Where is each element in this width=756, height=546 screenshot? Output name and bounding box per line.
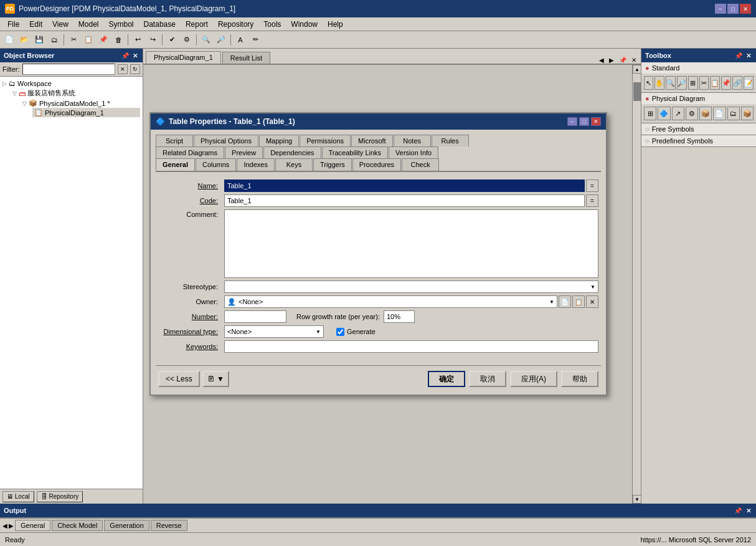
menu-tools[interactable]: Tools <box>258 19 286 30</box>
tool-copy[interactable]: 📋 <box>710 76 720 90</box>
maximize-button[interactable]: □ <box>727 4 739 14</box>
menu-edit[interactable]: Edit <box>24 19 47 30</box>
tool-paste[interactable]: 📌 <box>721 76 731 90</box>
bottom-prev[interactable]: ◀ <box>2 522 7 529</box>
tree-physical-model[interactable]: ▽ 📦 PhysicalDataModel_1 * <box>22 98 140 108</box>
dtab-general[interactable]: General <box>156 158 195 171</box>
tool-cluster[interactable]: 🗂 <box>727 107 740 120</box>
bottom-tab-reverse[interactable]: Reverse <box>151 520 187 531</box>
dtab-indexes[interactable]: Indexes <box>237 158 275 171</box>
toolbox-predefined-header[interactable]: ○ Predefined Symbols <box>641 135 756 146</box>
toolbox-physical-header[interactable]: ● Physical Diagram <box>641 93 756 104</box>
tool-zoom-fit[interactable]: ⊞ <box>688 76 697 90</box>
toolbar-redo[interactable]: ↪ <box>146 33 159 47</box>
ob-local[interactable]: 🖥 Local <box>2 491 34 502</box>
dtab-preview[interactable]: Preview <box>225 146 263 158</box>
comment-textarea[interactable] <box>224 209 598 278</box>
bottom-tab-generation[interactable]: Generation <box>104 520 149 531</box>
toolbar-generate[interactable]: ⚙ <box>180 33 194 47</box>
tool-ref[interactable]: ↗ <box>672 107 684 120</box>
toolbar-check[interactable]: ✔ <box>165 33 179 47</box>
tab-scroll-left[interactable]: ◀ <box>597 57 606 64</box>
scroll-down[interactable]: ▼ <box>633 495 641 504</box>
dtab-mapping[interactable]: Mapping <box>259 135 299 146</box>
owner-clear-btn[interactable]: ✕ <box>586 295 598 308</box>
tool-pointer[interactable]: ↖ <box>644 76 653 90</box>
toolbar-save[interactable]: 💾 <box>32 33 46 47</box>
filter-input[interactable] <box>22 64 116 75</box>
tool-synonym[interactable]: 📄 <box>713 107 725 120</box>
dtab-check[interactable]: Check <box>402 158 439 171</box>
menu-help[interactable]: Help <box>323 19 348 30</box>
toolbox-free-header[interactable]: ○ Free Symbols <box>641 123 756 135</box>
dtab-traceability[interactable]: Traceability Links <box>322 146 389 158</box>
menu-symbol[interactable]: Symbol <box>104 19 139 30</box>
ob-pin[interactable]: 📌 <box>120 52 130 59</box>
tab-scroll-right[interactable]: ▶ <box>607 57 616 64</box>
code-expand-btn[interactable]: = <box>586 194 598 207</box>
menu-database[interactable]: Database <box>139 19 181 30</box>
toolbar-delete[interactable]: 🗑 <box>111 33 125 47</box>
toolbox-pin[interactable]: 📌 <box>734 52 744 59</box>
keywords-input[interactable] <box>224 340 598 353</box>
row-growth-input[interactable] <box>384 310 415 323</box>
scroll-up[interactable]: ▲ <box>633 65 641 74</box>
tree-workspace[interactable]: ▷ 🗂 Workspace <box>2 79 140 88</box>
code-input[interactable] <box>224 194 585 207</box>
ob-repository[interactable]: 🗄 Repository <box>37 491 83 502</box>
ok-button[interactable]: 确定 <box>428 371 465 387</box>
tool-view[interactable]: 🔷 <box>658 107 670 120</box>
dtab-related-diagrams[interactable]: Related Diagrams <box>156 146 224 158</box>
tab-close[interactable]: ✕ <box>630 57 638 64</box>
tool-join[interactable]: ⚙ <box>686 107 698 120</box>
filter-clear[interactable]: ✕ <box>118 64 128 74</box>
bottom-tab-general[interactable]: General <box>15 520 50 531</box>
toolbar-save-all[interactable]: 🗂 <box>47 33 61 47</box>
dimensional-dropdown[interactable]: <None> ▼ <box>224 325 324 338</box>
bottom-next[interactable]: ▶ <box>9 522 14 529</box>
generate-checkbox[interactable] <box>336 328 344 336</box>
tab-result-list[interactable]: Result List <box>222 52 270 64</box>
name-input[interactable] <box>224 180 585 192</box>
dialog-maximize[interactable]: □ <box>579 117 589 126</box>
toolbar-draw[interactable]: ✏ <box>248 33 262 47</box>
menu-report[interactable]: Report <box>181 19 213 30</box>
dtab-permissions[interactable]: Permissions <box>300 135 351 146</box>
dtab-physical-options[interactable]: Physical Options <box>194 135 258 146</box>
dtab-keys[interactable]: Keys <box>275 158 313 171</box>
tool-cut[interactable]: ✂ <box>699 76 709 90</box>
toolbar-open[interactable]: 📂 <box>17 33 31 47</box>
filter-refresh[interactable]: ↻ <box>130 64 140 74</box>
menu-file[interactable]: File <box>2 19 24 30</box>
minimize-button[interactable]: − <box>715 4 726 14</box>
output-close[interactable]: ✕ <box>745 507 752 514</box>
ob-close[interactable]: ✕ <box>131 52 139 59</box>
scroll-thumb[interactable] <box>633 82 641 101</box>
menu-model[interactable]: Model <box>73 19 104 30</box>
cancel-button[interactable]: 取消 <box>469 371 506 387</box>
canvas-scrollbar[interactable]: ▲ ▼ <box>632 65 641 504</box>
toolbox-standard-header[interactable]: ● Standard <box>641 62 756 74</box>
toolbar-zoom-out[interactable]: 🔎 <box>214 33 228 47</box>
dtab-columns[interactable]: Columns <box>196 158 236 171</box>
toolbar-cut[interactable]: ✂ <box>67 33 80 47</box>
dtab-version-info[interactable]: Version Info <box>389 146 438 158</box>
output-pin[interactable]: 📌 <box>733 507 743 514</box>
bottom-tab-check[interactable]: Check Model <box>52 520 103 531</box>
options-button[interactable]: 🖹 ▼ <box>202 371 229 387</box>
dialog-minimize[interactable]: − <box>567 117 577 126</box>
name-expand-btn[interactable]: = <box>586 180 598 192</box>
dtab-notes[interactable]: Notes <box>394 135 431 146</box>
tab-physical-diagram[interactable]: PhysicalDiagram_1 <box>146 51 221 64</box>
toolbar-undo[interactable]: ↩ <box>131 33 144 47</box>
dtab-script[interactable]: Script <box>156 135 193 146</box>
toolbar-new[interactable]: 📄 <box>2 33 16 47</box>
tool-link[interactable]: 🔗 <box>732 76 742 90</box>
close-button[interactable]: ✕ <box>740 4 751 14</box>
less-button[interactable]: << Less <box>158 371 200 387</box>
owner-props-btn[interactable]: 📋 <box>572 295 585 308</box>
tab-pin[interactable]: 📌 <box>617 57 628 64</box>
dialog-close[interactable]: ✕ <box>591 117 601 126</box>
menu-view[interactable]: View <box>47 19 73 30</box>
tool-db-package[interactable]: 📦 <box>741 107 754 120</box>
